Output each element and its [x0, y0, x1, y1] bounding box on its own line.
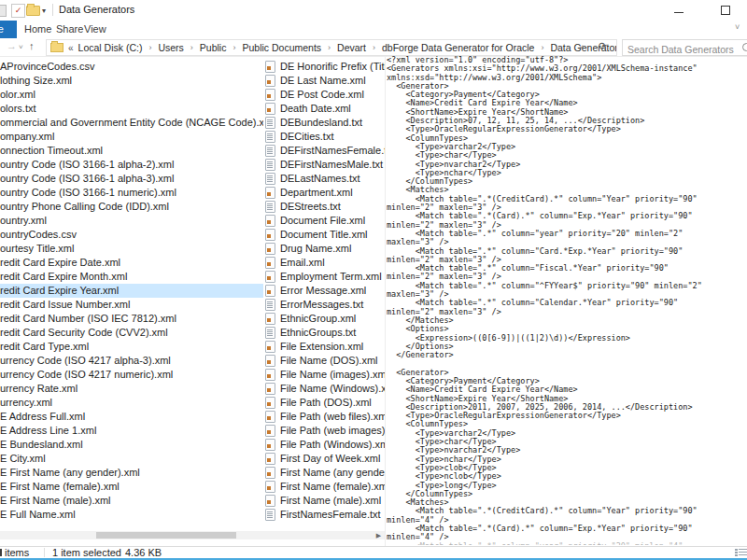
breadcrumb-overflow-icon[interactable]: «: [68, 43, 74, 53]
breadcrumb-item[interactable]: dbForge Data Generator for Oracle: [382, 42, 534, 53]
file-row[interactable]: redit Card Expire Month.xml: [0, 270, 263, 284]
file-row-selected[interactable]: redit Card Expire Year.xml: [0, 284, 263, 298]
file-row[interactable]: E Address Line 1.xml: [0, 424, 263, 438]
file-row[interactable]: File Path (web files).xml: [263, 410, 385, 424]
file-row[interactable]: File Path (Windows).xml: [263, 438, 385, 452]
recent-locations-caret-icon[interactable]: ˅: [19, 43, 23, 51]
file-row[interactable]: E City.xml: [0, 452, 263, 466]
file-row[interactable]: E First Name (male).xml: [0, 494, 263, 508]
tab-share[interactable]: Share: [56, 21, 83, 38]
file-row[interactable]: First Name (male).xml: [263, 494, 385, 508]
file-row[interactable]: urrency.xml: [0, 396, 263, 410]
preview-pane-divider[interactable]: [385, 56, 386, 546]
file-row[interactable]: ompany.xml: [0, 130, 263, 144]
file-row[interactable]: ountry Code (ISO 3166-1 numeric).xml: [0, 186, 263, 200]
file-row[interactable]: urrency Code (ISO 4217 alpha-3).xml: [0, 354, 263, 368]
file-row[interactable]: ErrorMessages.txt: [263, 298, 385, 312]
file-row[interactable]: redit Card Number (ISO IEC 7812).xml: [0, 312, 263, 326]
file-row[interactable]: DELastNames.txt: [263, 172, 385, 186]
breadcrumb-item[interactable]: Public: [200, 42, 227, 53]
details-view-toggle-icon[interactable]: [735, 547, 747, 557]
file-row[interactable]: File Path (DOS).xml: [263, 396, 385, 410]
file-row[interactable]: olor.xml: [0, 88, 263, 102]
file-row[interactable]: DEFirstNamesMale.txt: [263, 158, 385, 172]
qat-partial-icon[interactable]: [0, 5, 7, 17]
file-row[interactable]: File Extension.xml: [263, 340, 385, 354]
breadcrumb-item[interactable]: Data Generators: [550, 42, 617, 53]
refresh-icon[interactable]: ⟳: [599, 40, 607, 52]
file-row[interactable]: redit Card Expire Date.xml: [0, 256, 263, 270]
minimize-button[interactable]: [665, 0, 693, 19]
file-row[interactable]: E First Name (female).xml: [0, 480, 263, 494]
file-row[interactable]: ountry.xml: [0, 214, 263, 228]
file-row[interactable]: DE Last Name.xml: [263, 74, 385, 88]
file-row[interactable]: ountry Code (ISO 3166-1 alpha-3).xml: [0, 172, 263, 186]
file-row[interactable]: Drug Name.xml: [263, 242, 385, 256]
file-row[interactable]: E First Name (any gender).xml: [0, 466, 263, 480]
forward-button[interactable]: →: [7, 40, 17, 51]
tab-view[interactable]: View: [84, 21, 106, 38]
up-button[interactable]: ↑: [29, 40, 35, 51]
file-row[interactable]: EthnicGroups.txt: [263, 326, 385, 340]
file-row[interactable]: First Day of Week.xml: [263, 452, 385, 466]
properties-check-icon[interactable]: ✓: [11, 4, 25, 18]
file-row[interactable]: File Name (images).xml: [263, 368, 385, 382]
ribbon-collapse-chevron-icon[interactable]: ˅: [735, 22, 740, 32]
file-row[interactable]: Document Title.xml: [263, 228, 385, 242]
file-row[interactable]: E Bundesland.xml: [0, 438, 263, 452]
file-row[interactable]: File Name (Windows).xml: [263, 382, 385, 396]
horizontal-scrollbar[interactable]: ▶: [0, 531, 385, 539]
file-row[interactable]: Email.xml: [263, 256, 385, 270]
maximize-button[interactable]: [712, 0, 740, 19]
file-row[interactable]: E Address Full.xml: [0, 410, 263, 424]
file-row[interactable]: ountry Phone Calling Code (IDD).xml: [0, 200, 263, 214]
file-row[interactable]: DEBundesland.txt: [263, 116, 385, 130]
file-row[interactable]: DE Honorific Prefix (Title).xml: [263, 60, 385, 74]
file-row[interactable]: Document File.xml: [263, 214, 385, 228]
file-row[interactable]: DECities.txt: [263, 130, 385, 144]
breadcrumb-separator-icon[interactable]: ›: [190, 43, 193, 52]
file-row[interactable]: AProvinceCodes.csv: [0, 60, 263, 74]
breadcrumb-separator-icon[interactable]: ›: [148, 43, 151, 52]
file-row[interactable]: ommercial and Government Entity Code (NC…: [0, 116, 263, 130]
file-row[interactable]: lothing Size.xml: [0, 74, 263, 88]
breadcrumb-separator-icon[interactable]: ›: [233, 43, 235, 52]
file-row[interactable]: urrency Code (ISO 4217 numeric).xml: [0, 368, 263, 382]
breadcrumb-item[interactable]: Public Documents: [242, 42, 321, 53]
file-row[interactable]: ourtesy Title.xml: [0, 242, 263, 256]
breadcrumb-separator-icon[interactable]: ›: [373, 43, 375, 52]
file-row[interactable]: DEStreets.txt: [263, 200, 385, 214]
scroll-right-arrow-icon[interactable]: ▶: [373, 531, 385, 539]
scrollbar-thumb[interactable]: [96, 532, 236, 539]
file-row[interactable]: Employment Term.xml: [263, 270, 385, 284]
file-row[interactable]: First Name (female).xml: [263, 480, 385, 494]
file-row[interactable]: DE Post Code.xml: [263, 88, 385, 102]
qat-customize-caret-icon[interactable]: ▾: [42, 7, 46, 15]
new-folder-icon[interactable]: [26, 6, 40, 16]
file-row[interactable]: EthnicGroup.xml: [263, 312, 385, 326]
file-row[interactable]: Death Date.xml: [263, 102, 385, 116]
file-row[interactable]: olors.txt: [0, 102, 263, 116]
file-row[interactable]: DEFirstNamesFemale.txt: [263, 144, 385, 158]
address-dropdown-caret-icon[interactable]: ˅: [579, 43, 584, 51]
tab-file[interactable]: File: [0, 21, 17, 38]
file-row[interactable]: redit Card Type.xml: [0, 340, 263, 354]
breadcrumb-separator-icon[interactable]: ›: [541, 43, 543, 52]
file-row[interactable]: First Name (any gender).xml: [263, 466, 385, 480]
address-bar[interactable]: « Local Disk (C:)›Users›Public›Public Do…: [46, 39, 617, 56]
file-row[interactable]: Error Message.xml: [263, 284, 385, 298]
file-row[interactable]: redit Card Issue Number.xml: [0, 298, 263, 312]
file-row[interactable]: File Path (web images).xml: [263, 424, 385, 438]
breadcrumb-item[interactable]: Users: [158, 42, 183, 53]
file-row[interactable]: E Full Name.xml: [0, 508, 263, 522]
file-row[interactable]: File Name (DOS).xml: [263, 354, 385, 368]
file-row[interactable]: ountryCodes.csv: [0, 228, 263, 242]
file-row[interactable]: onnection Timeout.xml: [0, 144, 263, 158]
file-row[interactable]: redit Card Security Code (CVV2).xml: [0, 326, 263, 340]
breadcrumb-item[interactable]: Devart: [337, 42, 366, 53]
file-row[interactable]: FirstNamesFemale.txt: [263, 508, 385, 522]
file-row[interactable]: ountry Code (ISO 3166-1 alpha-2).xml: [0, 158, 263, 172]
breadcrumb-separator-icon[interactable]: ›: [328, 43, 331, 52]
file-row[interactable]: Department.xml: [263, 186, 385, 200]
search-input[interactable]: [623, 43, 738, 56]
